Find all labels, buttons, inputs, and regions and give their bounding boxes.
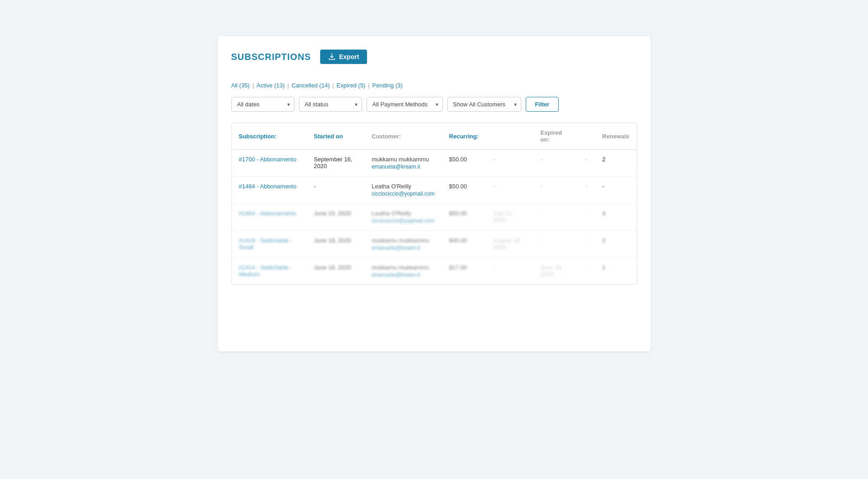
filter-row: All dates All status All Payment Methods… [231, 97, 637, 112]
customer-email[interactable]: cicciociccio@yopmail.com [372, 218, 435, 224]
tab-all[interactable]: All (35) [231, 82, 250, 89]
cell-subscription: #1484 - Abbonamento [232, 177, 307, 204]
cell-col5: - [486, 258, 533, 285]
cell-started: June 23, 2020 [307, 204, 364, 231]
cell-customer: mukkamu mukkammu emanuela@kream.it [364, 150, 442, 177]
cell-recurring: $50.00 [442, 204, 486, 231]
col-recurring: Recurring: [442, 123, 486, 150]
table-row: #1414 - Switchable - Medium June 18, 202… [232, 258, 637, 285]
header: SUBSCRIPTIONS Export [231, 50, 637, 64]
customer-filter[interactable]: Show All Customers [447, 97, 521, 112]
cell-col5: July 21, 2020 [486, 204, 533, 231]
cell-col5: August 18, 2020 [486, 231, 533, 258]
cell-renewals: 4 [595, 204, 637, 231]
col-empty1 [486, 123, 533, 150]
payment-filter-wrapper: All Payment Methods [367, 97, 443, 112]
cell-renewals: 1 [595, 258, 637, 285]
col-subscription: Subscription: [232, 123, 307, 150]
subscription-link[interactable]: #1484 - Abbonamento [239, 183, 297, 190]
cell-started: June 18, 2020 [307, 231, 364, 258]
cell-subscription: #1464 - Abbonamento [232, 204, 307, 231]
cell-started: September 16, 2020 [307, 150, 364, 177]
subscription-link[interactable]: #1419 - Switchable - Small [239, 237, 293, 251]
col-renewals: Renewals [595, 123, 637, 150]
tab-active[interactable]: Active (13) [257, 82, 285, 89]
cell-customer: Leatha O'Reilly cicciociccio@yopmail.com [364, 177, 442, 204]
customer-name: mukkamu mukkammu [372, 264, 429, 271]
cell-expired: - [533, 177, 579, 204]
cell-recurring: $50.00 [442, 177, 486, 204]
cell-subscription: #1700 - Abbonamento [232, 150, 307, 177]
cell-col5: - [486, 177, 533, 204]
cell-recurring: $17.00 [442, 258, 486, 285]
status-filter[interactable]: All status [299, 97, 362, 112]
export-button[interactable]: Export [320, 50, 367, 64]
cell-col7: - [579, 177, 595, 204]
cell-started: June 18, 2020 [307, 258, 364, 285]
table-row: #1700 - Abbonamento September 16, 2020 m… [232, 150, 637, 177]
cell-customer: mukkamu mukkammu emanuela@kream.it [364, 258, 442, 285]
customer-email[interactable]: cicciociccio@yopmail.com [372, 191, 435, 197]
cell-recurring: $50.00 [442, 150, 486, 177]
cell-started: - [307, 177, 364, 204]
cell-expired: - [533, 150, 579, 177]
cell-subscription: #1419 - Switchable - Small [232, 231, 307, 258]
customer-filter-wrapper: Show All Customers [447, 97, 521, 112]
cell-customer: Leatha O'Reilly cicciociccio@yopmail.com [364, 204, 442, 231]
tab-expired[interactable]: Expired (5) [337, 82, 366, 89]
cell-subscription: #1414 - Switchable - Medium [232, 258, 307, 285]
customer-email[interactable]: emanuela@kream.it [372, 164, 435, 170]
page-container: SUBSCRIPTIONS Export All (35) | Active (… [218, 36, 651, 351]
subscriptions-table: Subscription: Started on Customer: Recur… [232, 123, 637, 284]
dates-filter[interactable]: All dates [231, 97, 294, 112]
cell-col7: - [579, 258, 595, 285]
cell-renewals: 2 [595, 150, 637, 177]
col-empty2 [579, 123, 595, 150]
cell-renewals: - [595, 177, 637, 204]
customer-name: mukkamu mukkammu [372, 237, 429, 244]
tab-cancelled[interactable]: Cancelled (14) [292, 82, 330, 89]
subscription-link[interactable]: #1414 - Switchable - Medium [239, 264, 293, 278]
subscription-link[interactable]: #1464 - Abbonamento [239, 210, 297, 217]
filter-button[interactable]: Filter [526, 97, 559, 112]
page-title: SUBSCRIPTIONS [231, 52, 311, 62]
payment-filter[interactable]: All Payment Methods [367, 97, 443, 112]
cell-recurring: $40.00 [442, 231, 486, 258]
filter-tabs: All (35) | Active (13) | Cancelled (14) … [231, 82, 637, 89]
customer-email[interactable]: emanuela@kream.it [372, 245, 435, 251]
export-icon [328, 53, 335, 60]
col-started: Started on [307, 123, 364, 150]
customer-email[interactable]: emanuela@kream.it [372, 272, 435, 278]
cell-expired: June 18, 2020 [533, 258, 579, 285]
cell-col5: - [486, 150, 533, 177]
col-customer: Customer: [364, 123, 442, 150]
table-row: #1464 - Abbonamento June 23, 2020 Leatha… [232, 204, 637, 231]
dates-filter-wrapper: All dates [231, 97, 294, 112]
col-expired: Expired on: [533, 123, 579, 150]
cell-expired: - [533, 231, 579, 258]
table-row: #1419 - Switchable - Small June 18, 2020… [232, 231, 637, 258]
status-filter-wrapper: All status [299, 97, 362, 112]
customer-name: mukkamu mukkammu [372, 156, 429, 163]
cell-col7: - [579, 231, 595, 258]
customer-name: Leatha O'Reilly [372, 183, 411, 190]
tab-pending[interactable]: Pending (3) [372, 82, 403, 89]
table-row: #1484 - Abbonamento - Leatha O'Reilly ci… [232, 177, 637, 204]
cell-renewals: 2 [595, 231, 637, 258]
cell-expired: - [533, 204, 579, 231]
cell-col7: - [579, 150, 595, 177]
cell-customer: mukkamu mukkammu emanuela@kream.it [364, 231, 442, 258]
subscriptions-table-container: Subscription: Started on Customer: Recur… [231, 123, 637, 285]
customer-name: Leatha O'Reilly [372, 210, 411, 217]
cell-col7: - [579, 204, 595, 231]
table-header-row: Subscription: Started on Customer: Recur… [232, 123, 637, 150]
subscription-link[interactable]: #1700 - Abbonamento [239, 156, 297, 163]
